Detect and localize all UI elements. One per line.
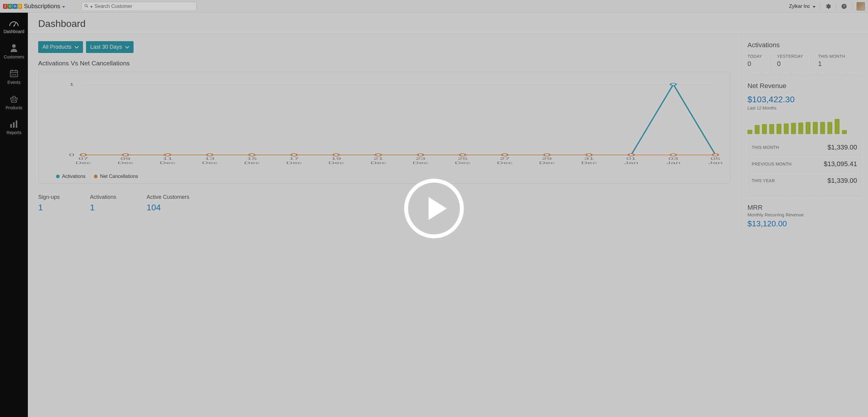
svg-point-0 xyxy=(85,4,87,6)
svg-text:Dec: Dec xyxy=(455,161,471,165)
stat-num: 1 xyxy=(818,60,845,68)
sidebar-item-dashboard[interactable]: Dashboard xyxy=(0,16,28,39)
org-switcher[interactable]: Zylkar Inc xyxy=(789,4,816,9)
svg-text:Dec: Dec xyxy=(75,161,91,165)
svg-text:0: 0 xyxy=(69,153,74,157)
svg-rect-18 xyxy=(13,122,14,128)
kpi-label: Active Customers xyxy=(147,194,189,200)
person-icon xyxy=(0,43,28,52)
svg-point-40 xyxy=(81,154,86,156)
kpi-activations: Activations 1 xyxy=(90,194,116,212)
page-title: Dashboard xyxy=(38,18,858,29)
rev-cap: PREVIOUS MONTH xyxy=(752,162,792,167)
svg-text:Dec: Dec xyxy=(244,161,260,165)
revenue-bar xyxy=(806,122,810,134)
stat-today: TODAY 0 xyxy=(747,54,770,68)
sidebar-item-events[interactable]: Events xyxy=(0,65,28,90)
mrr-subtitle: Monthly Recurring Revenue xyxy=(747,212,861,217)
svg-text:19: 19 xyxy=(331,157,341,161)
revenue-bar xyxy=(842,130,847,134)
sidebar-item-customers[interactable]: Customers xyxy=(0,39,28,64)
chart-title: Activations Vs Net Cancellations xyxy=(38,60,730,67)
sidebar-item-label: Events xyxy=(0,80,28,85)
svg-text:05: 05 xyxy=(711,157,720,161)
activations-title: Activations xyxy=(747,41,861,49)
svg-text:31: 31 xyxy=(584,157,594,161)
svg-point-45 xyxy=(291,154,297,156)
divider xyxy=(820,3,820,10)
revenue-bar xyxy=(747,130,752,134)
svg-rect-19 xyxy=(16,120,17,128)
revenue-bar xyxy=(813,122,818,134)
revenue-bar xyxy=(777,124,781,134)
logo[interactable]: ZOHO Subscriptions xyxy=(3,3,65,10)
net-revenue-title: Net Revenue xyxy=(747,82,861,90)
revenue-bar xyxy=(762,124,767,134)
barchart-icon xyxy=(0,120,28,128)
search-scope-caret-icon[interactable] xyxy=(90,4,93,9)
chevron-down-icon xyxy=(125,44,129,50)
sidebar-item-label: Reports xyxy=(0,130,28,135)
revenue-bar xyxy=(791,123,796,134)
divider xyxy=(852,3,852,10)
rev-cap: THIS MONTH xyxy=(752,145,779,150)
svg-text:Dec: Dec xyxy=(497,161,513,165)
kpi-value: 1 xyxy=(38,203,60,212)
topbar: ZOHO Subscriptions Zylkar Inc ? xyxy=(0,0,868,13)
svg-text:Dec: Dec xyxy=(286,161,302,165)
legend-net-cancellations: Net Cancellations xyxy=(94,174,138,179)
svg-text:Dec: Dec xyxy=(581,161,597,165)
revenue-bar xyxy=(835,119,840,134)
svg-point-46 xyxy=(334,154,339,156)
filter-range[interactable]: Last 30 Days xyxy=(86,41,133,53)
svg-text:Dec: Dec xyxy=(160,161,176,165)
help-icon[interactable]: ? xyxy=(840,3,848,10)
svg-text:25: 25 xyxy=(458,157,468,161)
svg-point-38 xyxy=(671,83,676,85)
basket-icon xyxy=(0,95,28,103)
caret-down-icon[interactable] xyxy=(62,4,65,9)
activations-stats: TODAY 0 YESTERDAY 0 THIS MONTH 1 xyxy=(747,54,861,68)
stat-num: 0 xyxy=(747,60,762,68)
avatar[interactable] xyxy=(857,2,865,10)
kpi-value: 1 xyxy=(90,203,116,212)
svg-line-1 xyxy=(87,6,88,7)
filter-range-label: Last 30 Days xyxy=(90,44,122,50)
rev-prev-month: PREVIOUS MONTH $13,095.41 xyxy=(747,155,861,172)
svg-point-43 xyxy=(207,154,213,156)
svg-text:23: 23 xyxy=(415,157,426,161)
svg-text:11: 11 xyxy=(163,157,173,161)
revenue-bar xyxy=(755,125,760,134)
play-button[interactable] xyxy=(404,178,464,239)
sidebar-item-reports[interactable]: Reports xyxy=(0,115,28,140)
sidebar-item-label: Products xyxy=(0,105,28,110)
gear-icon[interactable] xyxy=(825,3,832,10)
svg-text:29: 29 xyxy=(542,157,552,161)
svg-text:21: 21 xyxy=(373,157,383,161)
sidebar-item-products[interactable]: Products xyxy=(0,90,28,115)
svg-point-53 xyxy=(628,154,634,156)
search-box[interactable] xyxy=(82,2,196,11)
revenue-bar xyxy=(784,124,789,134)
svg-point-49 xyxy=(460,154,465,156)
search-input[interactable] xyxy=(94,4,194,9)
net-revenue-total: $103,422.30 xyxy=(747,95,861,104)
chevron-down-icon xyxy=(74,44,79,50)
chart-legend: Activations Net Cancellations xyxy=(44,174,724,179)
svg-rect-17 xyxy=(10,124,12,128)
svg-text:Dec: Dec xyxy=(202,161,218,165)
svg-text:27: 27 xyxy=(500,157,510,161)
svg-point-42 xyxy=(165,154,170,156)
svg-point-48 xyxy=(417,154,424,156)
dot-icon xyxy=(94,175,97,178)
kpi-label: Sign-ups xyxy=(38,194,60,200)
chart-card: 0107Dec09Dec11Dec13Dec15Dec17Dec19Dec21D… xyxy=(38,72,730,184)
svg-text:07: 07 xyxy=(79,157,88,161)
svg-text:15: 15 xyxy=(247,157,257,161)
filter-products[interactable]: All Products xyxy=(38,41,83,53)
svg-text:03: 03 xyxy=(669,157,678,161)
svg-text:17: 17 xyxy=(289,157,299,161)
revenue-bar xyxy=(820,122,825,134)
svg-rect-7 xyxy=(10,70,18,77)
svg-text:01: 01 xyxy=(626,157,636,161)
